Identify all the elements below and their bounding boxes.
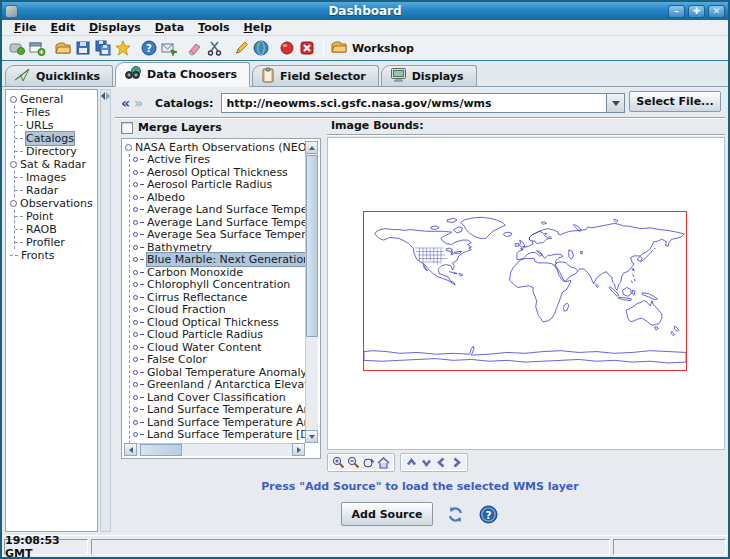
wms-layer-item[interactable]: Average Land Surface Temperatu — [130, 204, 305, 217]
sidebar-item-general[interactable]: General — [10, 93, 97, 106]
globe-icon[interactable] — [251, 39, 271, 57]
catalog-dropdown-button[interactable] — [606, 94, 624, 112]
wms-layer-item[interactable]: Cloud Water Content — [130, 341, 305, 354]
layer-tree-hscrollbar[interactable] — [124, 443, 305, 456]
menu-data[interactable]: Data — [148, 21, 191, 34]
refresh-icon[interactable] — [445, 504, 466, 525]
menu-edit[interactable]: Edit — [44, 21, 82, 34]
dashboard-icon[interactable] — [7, 39, 27, 57]
add-source-button[interactable]: Add Source — [341, 502, 433, 526]
map-preview-area[interactable] — [327, 137, 725, 450]
tree-expand-handle-icon[interactable] — [125, 144, 132, 151]
minimize-button[interactable]: – — [668, 5, 685, 18]
wms-layer-item[interactable]: Greenland / Antarctica Elevation — [130, 379, 305, 392]
maximize-button[interactable]: ✚ — [688, 5, 705, 18]
scroll-right-icon[interactable] — [292, 443, 305, 456]
layer-tree-vscrollbar[interactable] — [305, 141, 318, 443]
sidebar-item-observations[interactable]: Observations — [10, 197, 97, 210]
record-icon[interactable] — [277, 39, 297, 57]
tree-expand-handle-icon[interactable] — [10, 161, 17, 168]
help-icon[interactable]: ? — [139, 39, 159, 57]
merge-layers-checkbox[interactable] — [121, 122, 133, 134]
sidebar-splitter[interactable] — [100, 89, 111, 532]
open-folder-icon[interactable] — [53, 39, 73, 57]
wms-layer-item[interactable]: Cloud Fraction — [130, 304, 305, 317]
wms-layer-item[interactable]: Cirrus Reflectance — [130, 291, 305, 304]
home-icon[interactable] — [376, 455, 391, 470]
support-mail-icon[interactable] — [159, 39, 179, 57]
menu-tools[interactable]: Tools — [191, 21, 236, 34]
edit-pencil-icon[interactable] — [231, 39, 251, 57]
wms-layer-item[interactable]: Land Cover Classification — [130, 391, 305, 404]
sidebar-item-images[interactable]: Images — [15, 171, 97, 184]
wms-layer-item[interactable]: Global Temperature Anomaly — [130, 366, 305, 379]
wms-layer-item[interactable]: Bathymetry — [130, 241, 305, 254]
sidebar-item-files[interactable]: Files — [15, 106, 97, 119]
save-as-icon[interactable] — [93, 39, 113, 57]
sidebar-item-radar[interactable]: Radar — [15, 184, 97, 197]
wms-layer-item[interactable]: Land Surface Temperature Anom — [130, 416, 305, 429]
tree-expand-handle-icon[interactable] — [10, 96, 17, 103]
select-file-button[interactable]: Select File... — [629, 91, 721, 112]
catalog-url-value[interactable]: http://neowms.sci.gsfc.nasa.gov/wms/wms — [222, 94, 606, 112]
sidebar-item-urls[interactable]: URLs — [15, 119, 97, 132]
tree-expand-handle-icon[interactable] — [10, 200, 17, 207]
history-forward-icon[interactable]: » — [132, 93, 145, 113]
sidebar-item-profiler[interactable]: Profiler — [15, 236, 97, 249]
pan-up-icon[interactable] — [404, 455, 419, 470]
tab-quicklinks[interactable]: Quicklinks — [5, 65, 113, 86]
splitter-collapse-icon[interactable] — [101, 92, 105, 100]
wms-layer-item[interactable]: Cloud Particle Radius — [130, 329, 305, 342]
image-bounds-rect[interactable] — [363, 211, 687, 371]
scroll-left-icon[interactable] — [124, 443, 137, 456]
wms-layer-item[interactable]: Active Fires — [130, 154, 305, 167]
stop-icon[interactable] — [297, 39, 317, 57]
splitter-expand-icon[interactable] — [106, 92, 110, 100]
scroll-down-icon[interactable] — [305, 430, 318, 443]
close-button[interactable]: ✕ — [708, 5, 725, 18]
eraser-icon[interactable] — [185, 39, 205, 57]
menu-displays[interactable]: Displays — [82, 21, 148, 34]
wms-layer-item[interactable]: Aerosol Optical Thickness — [130, 166, 305, 179]
favorites-star-icon[interactable] — [113, 39, 133, 57]
wms-layer-item[interactable]: Average Land Surface Temperatu — [130, 216, 305, 229]
sidebar-item-point[interactable]: Point — [15, 210, 97, 223]
vscroll-thumb[interactable] — [306, 155, 318, 337]
wms-layer-item[interactable]: Land Surface Temperature [Day] — [130, 429, 305, 442]
wms-layer-item[interactable]: Cloud Optical Thickness — [130, 316, 305, 329]
history-back-icon[interactable]: « — [119, 93, 132, 113]
sidebar-item-catalogs[interactable]: Catalogs — [15, 132, 97, 145]
wms-layer-item[interactable]: Carbon Monoxide — [130, 266, 305, 279]
save-icon[interactable] — [73, 39, 93, 57]
workshop-group[interactable]: Workshop — [330, 39, 414, 58]
hscroll-thumb[interactable] — [140, 444, 182, 456]
pan-down-icon[interactable] — [419, 455, 434, 470]
wms-layer-item[interactable]: Land Surface Temperature Anom — [130, 404, 305, 417]
wms-layer-item[interactable]: Blue Marble: Next Generation — [130, 254, 305, 267]
pan-left-icon[interactable] — [434, 455, 449, 470]
zoom-out-icon[interactable] — [346, 455, 361, 470]
title-bar[interactable]: Dashboard – ✚ ✕ — [2, 2, 728, 20]
menu-help[interactable]: Help — [237, 21, 279, 34]
cut-icon[interactable] — [205, 39, 225, 57]
tab-data-choosers[interactable]: Data Choosers — [115, 62, 250, 87]
wms-layer-item[interactable]: False Color — [130, 354, 305, 367]
zoom-in-icon[interactable] — [331, 455, 346, 470]
sidebar-item-sat-radar[interactable]: Sat & Radar — [10, 158, 97, 171]
sidebar-item-directory[interactable]: Directory — [15, 145, 97, 158]
help-circle-icon[interactable]: ? — [478, 504, 499, 525]
wms-tree-root[interactable]: NASA Earth Observations (NEO) WMS — [124, 141, 305, 154]
menu-file[interactable]: File — [7, 21, 44, 34]
sidebar-item-raob[interactable]: RAOB — [15, 223, 97, 236]
pan-right-icon[interactable] — [449, 455, 464, 470]
wms-layer-item[interactable]: Average Sea Surface Temperatur — [130, 229, 305, 242]
zoom-reset-icon[interactable] — [361, 455, 376, 470]
wms-layer-item[interactable]: Aerosol Particle Radius — [130, 179, 305, 192]
catalog-url-combobox[interactable]: http://neowms.sci.gsfc.nasa.gov/wms/wms — [221, 93, 625, 113]
wms-layer-item[interactable]: Chlorophyll Concentration — [130, 279, 305, 292]
new-window-icon[interactable] — [27, 39, 47, 57]
wms-layer-item[interactable]: Albedo — [130, 191, 305, 204]
tab-displays[interactable]: Displays — [381, 65, 477, 86]
tab-field-selector[interactable]: Field Selector — [252, 65, 379, 86]
sidebar-item-fronts[interactable]: Fronts — [10, 249, 97, 262]
